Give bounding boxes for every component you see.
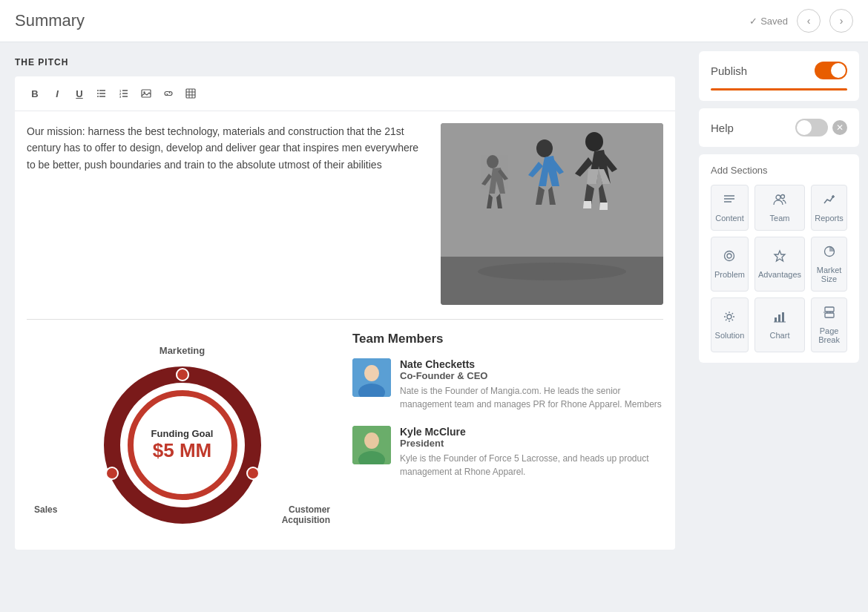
svg-point-4 [97, 93, 99, 94]
svg-rect-59 [775, 317, 777, 322]
svg-point-25 [585, 132, 603, 151]
member-2-role: President [400, 438, 663, 449]
donut-chart-area: Marketing [27, 332, 338, 538]
section-item-reports[interactable]: Reports [811, 185, 847, 231]
member-1-avatar-svg [352, 358, 391, 397]
add-sections-card: Add Sections Content Team [699, 154, 859, 363]
market-size-icon [823, 245, 836, 262]
help-close-button[interactable]: ✕ [832, 120, 847, 135]
team-members-area: Team Members Nate Checketts C [338, 332, 663, 538]
svg-rect-14 [186, 89, 195, 98]
sections-grid: Content Team Reports [711, 185, 847, 352]
team-members-title: Team Members [352, 332, 663, 346]
svg-point-23 [487, 155, 499, 168]
italic-button[interactable]: I [47, 84, 67, 103]
check-icon: ✓ [749, 16, 757, 27]
section-title: THE PITCH [15, 57, 675, 68]
team-member-1: Nate Checketts Co-Founder & CEO Nate is … [352, 358, 663, 411]
svg-point-42 [776, 195, 780, 200]
member-2-avatar [352, 426, 391, 464]
help-toggle[interactable] [795, 119, 828, 136]
svg-point-5 [97, 96, 99, 97]
reports-icon [823, 193, 836, 210]
unordered-list-button[interactable] [92, 84, 111, 103]
section-item-market-size[interactable]: Market Size [811, 237, 847, 292]
donut-wrapper: Funding Goal $5 MM [101, 363, 264, 527]
advantages-label: Advantages [758, 270, 801, 279]
section-item-chart[interactable]: Chart [754, 297, 805, 352]
ordered-list-button[interactable]: 123 [114, 84, 134, 103]
page-break-icon [823, 306, 836, 323]
content-icon [723, 193, 736, 210]
solution-label: Solution [715, 331, 745, 340]
funding-goal-amount: $5 MM [151, 439, 214, 462]
toggle-knob [831, 63, 846, 78]
chart-label-left: Sales [34, 504, 57, 525]
svg-rect-64 [825, 313, 834, 317]
member-2-info: Kyle McClure President Kyle is the Found… [400, 426, 663, 478]
nav-prev-button[interactable]: ‹ [797, 9, 821, 33]
editor-content[interactable]: Our mission: harness the best technology… [15, 111, 675, 319]
publish-toggle[interactable] [815, 62, 847, 79]
member-1-avatar [352, 358, 391, 397]
bottom-section: Marketing [15, 320, 675, 550]
team-label: Team [770, 214, 790, 223]
svg-line-57 [732, 313, 734, 315]
svg-point-3 [97, 90, 99, 91]
member-1-role: Co-Founder & CEO [400, 370, 663, 381]
chart-label-top: Marketing [160, 345, 205, 356]
link-button[interactable] [159, 84, 178, 103]
chart-label: Chart [770, 331, 790, 340]
right-sidebar: Publish Help ✕ Add Sections [690, 42, 868, 612]
svg-point-47 [727, 254, 731, 258]
member-1-bio: Nate is the Founder of Mangia.com. He le… [400, 384, 663, 411]
member-2-bio: Kyle is the Founder of Force 5 Lacrosse,… [400, 452, 663, 478]
page-break-label: Page Break [815, 326, 844, 344]
runners-svg [441, 123, 663, 305]
svg-point-31 [106, 467, 118, 479]
top-bar: Summary ✓ Saved ‹ › [0, 0, 868, 42]
bold-button[interactable]: B [25, 84, 45, 103]
svg-point-32 [247, 467, 259, 479]
editor-block: B I U 123 [15, 76, 675, 550]
section-item-solution[interactable]: Solution [711, 297, 749, 352]
underline-button[interactable]: U [70, 84, 89, 103]
publish-card: Publish [699, 51, 859, 101]
svg-line-55 [726, 313, 727, 315]
chart-label-right: CustomerAcquisition [282, 504, 330, 525]
member-1-info: Nate Checketts Co-Founder & CEO Nate is … [400, 358, 663, 411]
donut-center: Funding Goal $5 MM [151, 428, 214, 462]
section-item-team[interactable]: Team [754, 185, 805, 231]
nav-next-button[interactable]: › [829, 9, 853, 33]
svg-rect-61 [782, 312, 784, 322]
team-icon [773, 193, 786, 210]
svg-point-30 [177, 369, 188, 381]
publish-bar [711, 88, 847, 91]
market-size-label: Market Size [815, 266, 844, 283]
reports-label: Reports [815, 214, 844, 223]
svg-point-46 [725, 251, 734, 261]
help-row: Help ✕ [711, 119, 847, 136]
svg-rect-63 [825, 307, 834, 312]
section-item-advantages[interactable]: Advantages [754, 237, 805, 292]
team-member-2: Kyle McClure President Kyle is the Found… [352, 426, 663, 478]
member-2-avatar-svg [352, 426, 391, 464]
funding-goal-label: Funding Goal [151, 428, 214, 439]
editor-toolbar: B I U 123 [15, 76, 675, 111]
image-button[interactable] [137, 84, 156, 103]
section-item-problem[interactable]: Problem [711, 237, 749, 292]
svg-text:3: 3 [119, 95, 122, 99]
svg-marker-48 [775, 251, 785, 261]
add-sections-title: Add Sections [711, 165, 847, 176]
section-item-page-break[interactable]: Page Break [811, 297, 847, 352]
svg-point-50 [727, 315, 731, 319]
editor-text[interactable]: Our mission: harness the best technology… [27, 123, 429, 307]
table-button[interactable] [181, 84, 200, 103]
content-area: THE PITCH B I U 123 [0, 42, 690, 612]
section-item-content[interactable]: Content [711, 185, 749, 231]
member-2-name: Kyle McClure [400, 426, 663, 438]
svg-line-58 [726, 320, 727, 321]
help-card: Help ✕ [699, 108, 859, 147]
main-layout: THE PITCH B I U 123 [0, 42, 868, 612]
svg-point-13 [143, 91, 145, 93]
